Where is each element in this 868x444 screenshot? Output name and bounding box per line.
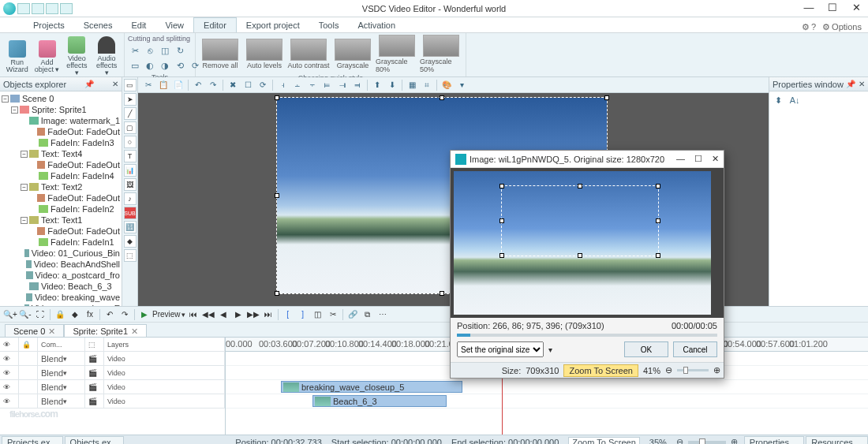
pin-icon[interactable]: 📌 xyxy=(84,80,94,88)
tree-item[interactable]: Video: 01_Curious_Bin xyxy=(2,248,120,259)
timeline-track[interactable]: Beach_6_3 xyxy=(226,394,868,409)
tab-tools[interactable]: Tools xyxy=(309,18,349,32)
zoom-in-button[interactable]: ⊕ xyxy=(731,437,738,444)
tree-item[interactable]: −Text: Text1 xyxy=(2,215,120,226)
tree-item[interactable]: FadeOut: FadeOut xyxy=(2,192,120,203)
vtool-sub-icon[interactable]: SUB xyxy=(124,207,137,219)
add-object-button[interactable]: Add object ▾ xyxy=(33,39,62,75)
panel-close-icon[interactable]: ✕ xyxy=(112,80,118,88)
dialog-maximize-button[interactable]: ☐ xyxy=(694,154,702,164)
vtool-line-icon[interactable]: ╱ xyxy=(124,107,137,120)
sel-handle-nw[interactable] xyxy=(499,184,504,188)
tab-projects[interactable]: Projects xyxy=(24,18,74,32)
tab-scenes[interactable]: Scenes xyxy=(74,18,122,32)
minimize-button[interactable]: — xyxy=(797,1,821,17)
pin-icon[interactable]: 📌 xyxy=(846,80,855,88)
video-effects-button[interactable]: Video effects ▾ xyxy=(63,35,92,78)
dialog-close-button[interactable]: ✕ xyxy=(712,154,719,164)
statusbar-tab-properties[interactable]: Properties ... xyxy=(744,436,804,445)
dialog-zoom-slider[interactable] xyxy=(677,369,709,371)
tool-split-icon[interactable]: ⎋ xyxy=(143,43,157,58)
tl-redo-icon[interactable]: ↷ xyxy=(118,308,132,321)
vtool-chart-icon[interactable]: 📊 xyxy=(124,164,137,177)
tool-cut-icon[interactable]: ✂ xyxy=(128,43,142,58)
dialog-selection-rect[interactable] xyxy=(501,185,659,256)
vtool-text-icon[interactable]: T xyxy=(124,150,137,162)
tree-item[interactable]: FadeOut: FadeOut xyxy=(2,159,120,170)
tl-link-icon[interactable]: 🔗 xyxy=(346,308,360,321)
sel-handle-n[interactable] xyxy=(578,184,582,188)
sel-handle-e[interactable] xyxy=(656,218,660,223)
dialog-zoom-to-screen-button[interactable]: Zoom To Screen xyxy=(563,364,638,377)
resize-handle-w[interactable] xyxy=(275,193,279,198)
tool-b-icon[interactable]: ◐ xyxy=(143,58,157,73)
track-eye-icon[interactable]: 👁 xyxy=(0,366,19,379)
resize-handle-sw[interactable] xyxy=(275,291,279,296)
statusbar-tab-resources[interactable]: Resources ... xyxy=(806,436,868,445)
qat-new-icon[interactable] xyxy=(17,3,30,14)
htool-align-l-icon[interactable]: ⫞ xyxy=(275,79,290,91)
tree-item[interactable]: −Text: Text2 xyxy=(2,181,120,192)
tl-region-icon[interactable]: ◫ xyxy=(311,308,325,321)
sel-handle-ne[interactable] xyxy=(656,184,660,188)
tl-zoom-out-icon[interactable]: 🔍- xyxy=(18,308,32,321)
zoom-out-button[interactable]: ⊖ xyxy=(676,437,683,444)
maximize-button[interactable]: ☐ xyxy=(821,1,844,17)
options-button[interactable]: Options xyxy=(822,22,862,32)
dialog-cancel-button[interactable]: Cancel xyxy=(673,341,717,357)
timeline-track[interactable]: breaking_wave_closeup_5 xyxy=(226,380,868,394)
style-grayscale-50[interactable]: Grayscale 50% xyxy=(420,35,462,73)
tl-split-icon[interactable]: ✂ xyxy=(326,308,340,321)
sel-handle-sw[interactable] xyxy=(499,253,504,258)
htool-front-icon[interactable]: ⬆ xyxy=(370,79,384,91)
tab-activation[interactable]: Activation xyxy=(348,18,405,32)
props-sort-icon[interactable]: ⬍ xyxy=(771,94,785,108)
htool-align-c-icon[interactable]: ⫠ xyxy=(290,79,305,91)
htool-copy-icon[interactable]: 📋 xyxy=(156,79,170,91)
vtool-image-icon[interactable]: 🖼 xyxy=(124,178,137,191)
tl-zoom-in-icon[interactable]: 🔍+ xyxy=(3,308,17,321)
track-blend[interactable]: Blend ▾ xyxy=(38,380,85,394)
help-button[interactable]: ? xyxy=(802,22,816,32)
track-eye-icon[interactable]: 👁 xyxy=(0,380,19,394)
step-back-icon[interactable]: ◀◀ xyxy=(201,308,215,321)
dialog-zoom-in-button[interactable]: ⊕ xyxy=(713,365,720,375)
tree-item[interactable]: Video: BeachAndShell xyxy=(2,259,120,270)
track-eye-icon[interactable]: 👁 xyxy=(0,352,19,365)
dialog-zoom-out-button[interactable]: ⊖ xyxy=(665,365,672,375)
tool-a-icon[interactable]: ▭ xyxy=(128,58,142,73)
htool-undo-icon[interactable]: ↶ xyxy=(191,79,205,91)
style-grayscale-80[interactable]: Grayscale 80% xyxy=(376,35,418,73)
resize-handle-ne[interactable] xyxy=(604,95,609,100)
style-auto-levels[interactable]: Auto levels xyxy=(243,39,286,69)
next-frame-icon[interactable]: ▶ xyxy=(231,308,245,321)
run-wizard-button[interactable]: Run Wizard xyxy=(3,39,32,75)
htool-snap-icon[interactable]: ⌗ xyxy=(420,79,434,91)
timeline-tab-scene[interactable]: Scene 0✕ xyxy=(5,324,64,337)
col-eye-icon[interactable]: 👁 xyxy=(0,338,19,351)
sel-handle-s[interactable] xyxy=(578,253,582,258)
tree-item[interactable]: FadeOut: FadeOut xyxy=(2,126,120,137)
vtool-rect-icon[interactable]: ▢ xyxy=(124,121,137,134)
vtool-pointer-icon[interactable]: ➤ xyxy=(124,93,137,106)
htool-back-icon[interactable]: ⬇ xyxy=(385,79,399,91)
tl-fx-icon[interactable]: fx xyxy=(83,308,97,321)
tab-close-icon[interactable]: ✕ xyxy=(131,326,138,336)
resize-handle-s[interactable] xyxy=(440,291,444,296)
tl-zoom-fit-icon[interactable]: ⛶ xyxy=(33,308,47,321)
htool-align-t-icon[interactable]: ⫢ xyxy=(320,79,335,91)
dialog-preview-area[interactable] xyxy=(451,168,724,318)
htool-delete-icon[interactable]: ✖ xyxy=(226,79,240,91)
resize-handle-nw[interactable] xyxy=(275,95,279,100)
goto-start-icon[interactable]: ⏮ xyxy=(186,308,200,321)
htool-select-icon[interactable]: ☐ xyxy=(241,79,255,91)
col-lock-icon[interactable]: 🔒 xyxy=(19,338,38,351)
tl-undo-icon[interactable]: ↶ xyxy=(103,308,117,321)
goto-end-icon[interactable]: ⏭ xyxy=(261,308,275,321)
dialog-ok-button[interactable]: OK xyxy=(624,341,668,357)
timeline-tab-sprite[interactable]: Sprite: Sprite1✕ xyxy=(64,324,147,337)
tree-item[interactable]: −Sprite: Sprite1 xyxy=(2,104,120,115)
htool-align-r-icon[interactable]: ⫟ xyxy=(305,79,320,91)
tab-edit[interactable]: Edit xyxy=(122,18,155,32)
dialog-minimize-button[interactable]: — xyxy=(676,154,685,164)
